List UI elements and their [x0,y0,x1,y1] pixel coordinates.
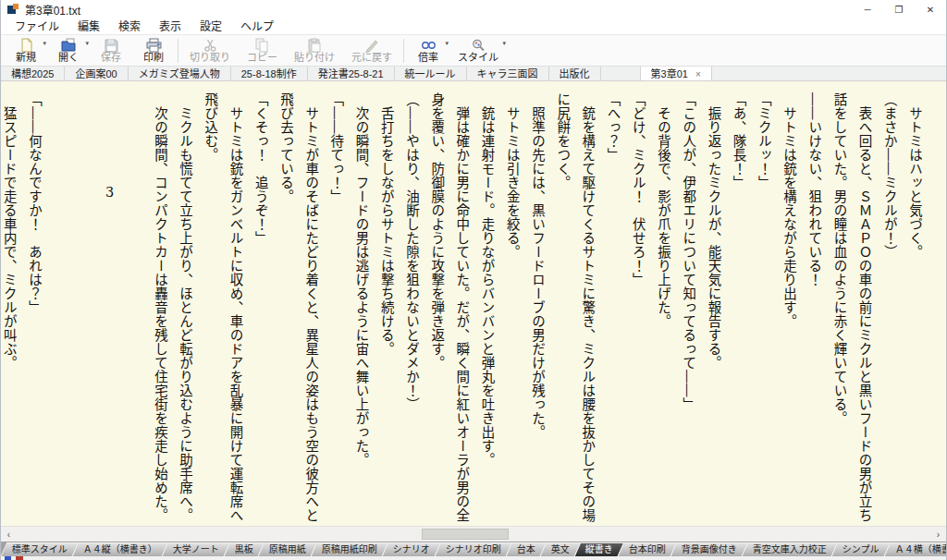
style-tab-label: 台本印刷 [629,543,666,556]
zoom-ratio-button[interactable]: 倍率▾ [407,36,449,66]
style-tab[interactable]: Ａ４縦（横書き） [72,542,169,556]
toolbar-button-label: 貼り付け [294,52,335,64]
text-line: 「ミクルッ！」 [751,92,776,519]
scroll-right-arrow-icon[interactable]: › [930,527,946,542]
toolbar-button-label: 倍率 [418,52,438,64]
style-tab[interactable]: 原稿用紙 [258,542,318,556]
style-tab-bar: 標準スタイルＡ４縦（横書き）大学ノート黒板原稿用紙原稿用紙印刷シナリオシナリオ印… [1,542,946,556]
text-line: 銃を構えて駆けてくるサトミに驚き、ミクルは腰を抜かしてその場 [574,92,599,519]
menu-item[interactable]: 検索 [109,18,150,35]
toolbar-button-label: 切り取り [190,52,230,64]
menu-item[interactable]: 表示 [150,18,191,35]
text-line: 舌打ちをしながらサトミは撃ち続ける。 [374,92,399,519]
zoom-ratio-icon [421,38,437,52]
text-line: 「くそっ！ 追うぞ！」 [248,92,273,519]
text-line: 弾は確かに男に命中していた。だが、瞬く間に紅いオーラが男の全 [449,92,474,519]
window-title: 第3章01.txt [25,2,80,18]
doc-tab[interactable]: 25-8-18制作 [231,67,308,80]
open-folder-icon [61,38,77,52]
dropdown-arrow-icon[interactable]: ▾ [502,40,506,47]
save-button[interactable]: 保存 [90,36,132,66]
text-line: 「へっ？」 [599,92,624,519]
close-button[interactable]: ✕ [915,0,946,18]
style-tab[interactable]: 台本印刷 [618,542,678,556]
style-tab[interactable]: シナリオ印刷 [435,542,513,556]
print-icon [146,38,162,52]
text-line: サトミは引き金を絞る。 [499,92,524,519]
section-number-line: 3 [96,92,121,519]
text-line: 話をしていた。男の瞳は血のように赤く輝いている。 [826,92,851,519]
doc-tab[interactable]: 企画案00 [65,67,128,80]
bottom-row-sliver [1,556,946,560]
doc-tab[interactable]: 出版化 [549,67,601,80]
doc-tab[interactable]: キャラ三面図 [467,67,549,80]
cut-button[interactable]: 切り取り [181,36,239,66]
undo-button[interactable]: 元に戻す [343,36,400,66]
style-tab-label: シナリオ [393,543,430,556]
minimize-button[interactable]: ─ [852,0,883,18]
text-line: 振り返ったミクルが、能天気に報告する。 [700,92,725,519]
text-line: 銃は連射モード。走りながらバンバンと弾丸を吐き出す。 [474,92,498,519]
style-tab[interactable]: 原稿用紙印刷 [311,542,389,556]
text-line: サトミは銃を構えながら走り出す。 [776,92,801,519]
vertical-text-body: サトミはハッと気づく。（まさか――ミクルが！）表へ回ると、ＳＭＡＰＯの車の前にミ… [6,92,927,519]
new-document-icon [18,38,34,52]
toolbar-button-label: コピー [247,52,277,64]
dropdown-arrow-icon[interactable]: ▾ [445,40,449,47]
doc-tab[interactable]: 統一ルール [395,67,467,80]
doc-tab[interactable]: 構想2025 [1,67,65,80]
text-line: その背後で、影が爪を振り上げた。 [650,92,675,519]
dropdown-arrow-icon[interactable]: ▾ [43,40,46,47]
menu-item[interactable]: 設定 [191,18,231,35]
text-line: 飛び込む。 [197,92,222,519]
restore-button[interactable]: ❐ [883,0,915,18]
toolbar-button-label: スタイル [458,52,498,64]
scroll-left-arrow-icon[interactable]: ‹ [1,527,17,542]
paste-button[interactable]: 貼り付け [286,36,343,66]
style-tab[interactable]: Ａ４横（横書き二段組） [883,542,946,556]
style-tab[interactable]: シンプル [831,542,891,556]
text-line: 次の瞬間、コンパクトカーは轟音を残して住宅街を疾走し始めた。 [147,92,172,519]
style-tab-label: 標準スタイル [12,543,68,556]
copy-button[interactable]: コピー [239,36,286,66]
menu-item[interactable]: ファイル [6,18,68,35]
print-button[interactable]: 印刷 [132,36,175,66]
style-tab[interactable]: シナリオ [382,542,442,556]
text-line: 「――何なんですか！ あれは？」 [21,92,46,519]
toolbar-button-label: 印刷 [143,52,164,64]
save-icon [104,38,119,52]
doc-tab-gap [601,67,640,80]
menu-item[interactable]: 編集 [68,18,109,35]
style-tab[interactable]: 青空文庫入力校正 [742,542,839,556]
app-logo-icon [7,4,18,15]
doc-tab[interactable]: 第3章01× [640,67,712,80]
style-tab[interactable]: 標準スタイル [1,542,79,556]
style-tab[interactable]: 背景画像付き [670,542,749,556]
open-folder-button[interactable]: 開く▾ [47,36,90,66]
toolbar-button-label: 保存 [101,52,121,64]
style-tab-label: 台本 [517,543,535,556]
cut-icon [203,38,218,52]
horizontal-scrollbar[interactable]: ‹ › [1,526,946,542]
style-tab-label: 原稿用紙 [269,543,306,556]
scrollbar-thumb[interactable] [422,529,509,540]
tab-close-icon[interactable]: × [695,69,701,79]
dropdown-arrow-icon[interactable]: ▾ [85,40,89,47]
style-tab-active[interactable]: 縦書き [574,542,625,556]
style-tab-label: シンプル [842,543,879,556]
text-line: サトミはハッと気づく。 [902,92,927,519]
undo-icon [364,38,380,52]
doc-tab[interactable]: メガミズ登場人物 [129,67,231,80]
toolbar-button-label: 開く [58,52,79,64]
new-document-button[interactable]: 新規▾ [5,36,47,66]
text-line: ――いけない、狙われている！ [801,92,826,519]
style-tab-label: 青空文庫入力校正 [753,543,827,556]
paste-icon [307,38,323,52]
toolbar: 新規▾開く▾保存印刷切り取りコピー貼り付け元に戻す倍率▾スタイル▾ [1,35,946,67]
doc-tab[interactable]: 発注書25-8-21 [308,67,395,80]
text-line: 猛スピードで走る車内で、ミクルが叫ぶ。 [1,92,21,519]
menu-item[interactable]: ヘルプ [231,18,283,35]
editor-surface[interactable]: サトミはハッと気づく。（まさか――ミクルが！）表へ回ると、ＳＭＡＰＯの車の前にミ… [1,81,946,526]
style-button[interactable]: スタイル▾ [449,36,507,66]
style-tab[interactable]: 大学ノート [162,542,231,556]
